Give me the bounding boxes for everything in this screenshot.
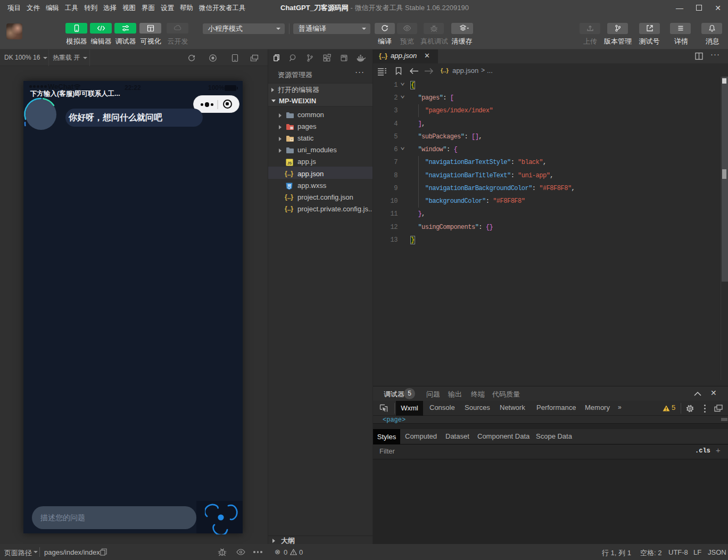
svg-text:JS: JS [287, 161, 292, 165]
